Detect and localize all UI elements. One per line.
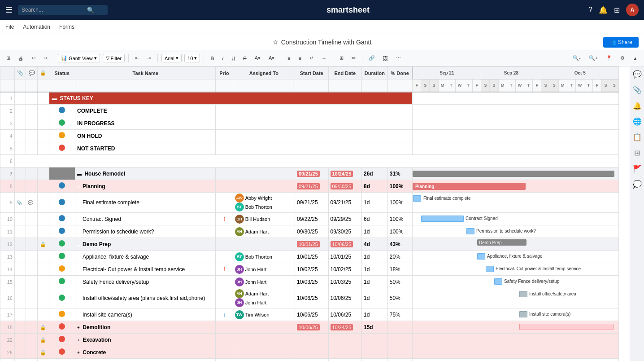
- apps-icon[interactable]: ⊞: [614, 6, 620, 14]
- sidebar-activity-icon[interactable]: 🔔: [633, 101, 642, 110]
- align-left-btn[interactable]: ≡: [285, 55, 293, 62]
- row-17-attach: [14, 308, 26, 321]
- row-1-lock: [38, 92, 49, 105]
- zoom-in-btn[interactable]: 🔍+: [586, 54, 600, 62]
- align-center-btn[interactable]: ≡: [296, 55, 304, 62]
- fill-color-btn[interactable]: A▾: [252, 54, 263, 62]
- john-hart-15-label: John Hart: [245, 279, 267, 285]
- day-t6: T: [584, 79, 593, 92]
- share-button[interactable]: 👥 Share: [603, 37, 639, 48]
- assigned-cell-16b: JH John Hart: [235, 298, 293, 307]
- print-btn[interactable]: 🖨: [16, 55, 26, 62]
- remodel-toggle[interactable]: ▬: [77, 172, 82, 176]
- sidebar-chat-icon[interactable]: 💬: [633, 70, 642, 79]
- text-color-btn[interactable]: A▾: [266, 54, 277, 62]
- row-6-rest: [14, 155, 618, 167]
- hamburger-icon[interactable]: ☰: [5, 5, 13, 15]
- image-btn[interactable]: 🖼: [380, 55, 391, 62]
- row-17-dur: 1d: [362, 308, 388, 321]
- unwrap-btn[interactable]: →: [319, 55, 329, 62]
- row-2-gantt: [413, 105, 619, 117]
- menu-automation[interactable]: Automation: [23, 24, 50, 30]
- sidebar-message-icon[interactable]: 💭: [633, 180, 642, 189]
- demolition-toggle[interactable]: +: [77, 325, 80, 330]
- marker-btn[interactable]: 📍: [603, 54, 615, 62]
- bold-btn[interactable]: B: [208, 55, 217, 62]
- concrete-toggle[interactable]: +: [77, 350, 80, 355]
- sidebar-form-icon[interactable]: 📋: [633, 133, 642, 141]
- sidebar-grid-icon[interactable]: ⊞: [634, 149, 640, 157]
- row-3-lock: [38, 117, 49, 130]
- row-26-done: [387, 346, 412, 359]
- redo-btn[interactable]: ↪: [41, 54, 50, 62]
- row-10-start: 09/22/25: [295, 213, 329, 225]
- status-key-minus-icon: ▬: [52, 95, 57, 101]
- notification-icon[interactable]: 🔔: [599, 6, 608, 14]
- row-7-end: 10/24/25: [328, 167, 362, 180]
- row-17-assigned: TW Tim Wilson: [233, 308, 295, 321]
- row-11-prio: [216, 225, 233, 238]
- column-header-row: 📎 💬 🔒 Status Task Name Prio Assigned To …: [0, 67, 619, 79]
- prio-exclaim-14: !: [223, 266, 225, 273]
- table-format-btn[interactable]: ⊞: [337, 54, 346, 62]
- row-26-lock: 🔒: [38, 346, 49, 359]
- help-icon[interactable]: ?: [588, 6, 592, 14]
- permission-row: 11 Permission to schedule work? AH Adam …: [0, 225, 619, 238]
- undo-btn[interactable]: ↩: [29, 54, 38, 62]
- concrete-row: 26 🔒 + Concrete: [0, 346, 619, 359]
- row-15-assigned: JH John Hart: [233, 276, 295, 288]
- settings-btn[interactable]: ⚙: [618, 54, 627, 62]
- menu-file[interactable]: File: [5, 24, 14, 30]
- italic-btn[interactable]: I: [219, 55, 226, 62]
- sidebar-globe-icon[interactable]: 🌐: [633, 117, 642, 126]
- zoom-out-btn[interactable]: 🔍-: [570, 54, 583, 62]
- excavation-toggle[interactable]: +: [77, 338, 80, 343]
- planning-toggle[interactable]: –: [77, 184, 80, 189]
- row-29-end: [328, 359, 362, 361]
- row-10-end: 09/29/25: [328, 213, 362, 225]
- avatar-jh-14: JH: [235, 265, 244, 274]
- menu-bar: File Automation Forms: [0, 20, 644, 34]
- permission-gantt-label: Permission to schedule work?: [476, 229, 536, 233]
- wrap-btn[interactable]: ↵: [307, 54, 316, 62]
- collapse-btn[interactable]: ▲: [630, 55, 640, 62]
- day-f4: F: [593, 79, 601, 92]
- filter-btn[interactable]: ▽ Filter: [103, 54, 125, 62]
- link-btn[interactable]: 🔗: [366, 54, 378, 62]
- chevron-down-icon: ▾: [94, 55, 97, 61]
- status-key-title: STATUS KEY: [60, 95, 93, 101]
- row-11-lock: [38, 225, 49, 238]
- indent-btn[interactable]: ⇥: [144, 54, 154, 62]
- sheet-area[interactable]: 📎 💬 🔒 Status Task Name Prio Assigned To …: [0, 66, 630, 361]
- row-17-task: Install site camera(s): [75, 308, 216, 321]
- row-14-dur: 1d: [362, 263, 388, 276]
- star-icon[interactable]: ☆: [273, 39, 278, 46]
- sidebar-flag-icon[interactable]: 🚩: [633, 164, 642, 173]
- outdent-btn[interactable]: ⇤: [132, 54, 142, 62]
- font-btn[interactable]: Arial ▾: [161, 54, 182, 62]
- menu-forms[interactable]: Forms: [59, 24, 74, 30]
- row-num-8: 8: [0, 180, 15, 193]
- gantt-view-btn[interactable]: 📊 Gantt View ▾: [58, 54, 100, 62]
- demo-toggle[interactable]: –: [77, 242, 80, 247]
- row-16-attach: [14, 288, 26, 308]
- highlight-btn[interactable]: ✏: [349, 54, 358, 62]
- day-header-row: F S S M T W T F S S M T W T F: [0, 79, 619, 92]
- row-notstarted: 5 NOT STARTED: [0, 142, 619, 155]
- row-17-prio: ↓: [216, 308, 233, 321]
- underline-btn[interactable]: U: [229, 55, 238, 62]
- row-13-status: [49, 251, 75, 263]
- concrete-title: Concrete: [83, 349, 106, 356]
- row-11-start: 09/30/25: [295, 225, 329, 238]
- more-btn[interactable]: ⋯: [393, 54, 404, 62]
- grid-view-btn[interactable]: ⊞: [4, 54, 13, 62]
- row-8-start: 09/21/25: [295, 180, 329, 193]
- demolition-row: 18 🔒 + Demolition 10/06/25 10/24/25 15d: [0, 321, 619, 334]
- sidebar-attach-icon[interactable]: 📎: [633, 86, 642, 94]
- search-input[interactable]: [22, 7, 84, 13]
- task-day: [75, 79, 216, 92]
- row-17-status: [49, 308, 75, 321]
- strikethrough-btn[interactable]: S: [240, 55, 249, 62]
- user-avatar[interactable]: A: [626, 4, 639, 16]
- font-size-btn[interactable]: 10 ▾: [184, 54, 200, 62]
